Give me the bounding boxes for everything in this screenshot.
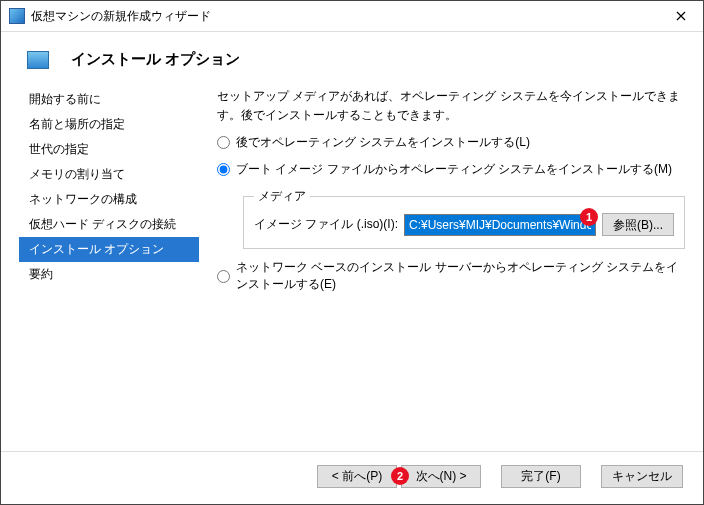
next-wrapper: 2 次へ(N) > <box>401 465 481 488</box>
sidebar-item-network[interactable]: ネットワークの構成 <box>19 187 199 212</box>
file-label: イメージ ファイル (.iso)(I): <box>254 216 398 233</box>
option-install-later[interactable]: 後でオペレーティング システムをインストールする(L) <box>217 134 685 151</box>
wizard-icon <box>27 51 49 69</box>
sidebar-item-label: 要約 <box>29 267 53 281</box>
sidebar: 開始する前に 名前と場所の指定 世代の指定 メモリの割り当て ネットワークの構成… <box>19 83 199 451</box>
page-title: インストール オプション <box>71 50 240 69</box>
callout-2: 2 <box>391 467 409 485</box>
sidebar-item-label: 名前と場所の指定 <box>29 117 125 131</box>
option-install-network[interactable]: ネットワーク ベースのインストール サーバーからオペレーティング システムをイン… <box>217 259 685 293</box>
content: セットアップ メディアがあれば、オペレーティング システムを今インストールできま… <box>199 83 685 451</box>
header: インストール オプション <box>1 32 703 83</box>
sidebar-item-label: メモリの割り当て <box>29 167 125 181</box>
titlebar: 仮想マシンの新規作成ウィザード <box>1 1 703 32</box>
cancel-button[interactable]: キャンセル <box>601 465 683 488</box>
sidebar-item-summary[interactable]: 要約 <box>19 262 199 287</box>
sidebar-item-label: ネットワークの構成 <box>29 192 137 206</box>
browse-button[interactable]: 参照(B)... <box>602 213 674 236</box>
sidebar-item-memory[interactable]: メモリの割り当て <box>19 162 199 187</box>
finish-button[interactable]: 完了(F) <box>501 465 581 488</box>
next-button[interactable]: 次へ(N) > <box>401 465 481 488</box>
footer: < 前へ(P) 2 次へ(N) > 完了(F) キャンセル <box>1 451 703 504</box>
sidebar-item-label: 開始する前に <box>29 92 101 106</box>
sidebar-item-before-you-begin[interactable]: 開始する前に <box>19 87 199 112</box>
sidebar-item-install-options[interactable]: インストール オプション <box>19 237 199 262</box>
iso-path-input[interactable] <box>404 214 596 236</box>
option-label: ブート イメージ ファイルからオペレーティング システムをインストールする(M) <box>236 161 672 178</box>
media-legend: メディア <box>254 188 310 205</box>
sidebar-item-vhd[interactable]: 仮想ハード ディスクの接続 <box>19 212 199 237</box>
sidebar-item-label: インストール オプション <box>29 242 164 256</box>
sidebar-item-name-location[interactable]: 名前と場所の指定 <box>19 112 199 137</box>
radio-install-network[interactable] <box>217 270 230 283</box>
sidebar-item-label: 世代の指定 <box>29 142 89 156</box>
wizard-window: 仮想マシンの新規作成ウィザード インストール オプション 開始する前に 名前と場… <box>0 0 704 505</box>
window-title: 仮想マシンの新規作成ウィザード <box>31 8 658 25</box>
option-install-boot-image[interactable]: ブート イメージ ファイルからオペレーティング システムをインストールする(M) <box>217 161 685 178</box>
sidebar-item-generation[interactable]: 世代の指定 <box>19 137 199 162</box>
option-label: ネットワーク ベースのインストール サーバーからオペレーティング システムをイン… <box>236 259 685 293</box>
radio-install-boot-image[interactable] <box>217 163 230 176</box>
close-icon <box>676 11 686 21</box>
option-label: 後でオペレーティング システムをインストールする(L) <box>236 134 530 151</box>
description-text: セットアップ メディアがあれば、オペレーティング システムを今インストールできま… <box>217 87 685 124</box>
sidebar-item-label: 仮想ハード ディスクの接続 <box>29 217 176 231</box>
media-group: メディア イメージ ファイル (.iso)(I): 1 参照(B)... <box>243 188 685 249</box>
file-row: イメージ ファイル (.iso)(I): 1 参照(B)... <box>254 213 674 236</box>
body: 開始する前に 名前と場所の指定 世代の指定 メモリの割り当て ネットワークの構成… <box>1 83 703 451</box>
close-button[interactable] <box>658 1 703 31</box>
radio-install-later[interactable] <box>217 136 230 149</box>
prev-button[interactable]: < 前へ(P) <box>317 465 397 488</box>
app-icon <box>9 8 25 24</box>
